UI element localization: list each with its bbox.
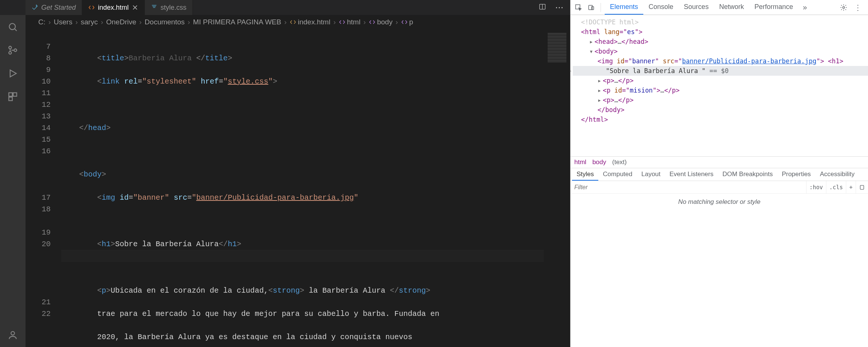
gear-icon[interactable] [838, 2, 849, 13]
dom-node[interactable]: ▸<p>…</p> [573, 76, 868, 85]
svg-rect-13 [860, 185, 863, 189]
cls-toggle[interactable]: .cls [826, 181, 846, 193]
crumb-text[interactable]: (text) [612, 159, 627, 166]
svg-point-2 [9, 46, 12, 49]
dom-node[interactable]: ▾<body> [573, 46, 868, 56]
crumb[interactable]: index.html [298, 18, 330, 26]
code-editor[interactable]: 7 8 9 10 11 12 13 14 15 16 17 18 19 [26, 29, 570, 347]
close-icon[interactable] [132, 4, 138, 11]
styles-tab-computed[interactable]: Computed [598, 168, 637, 181]
styles-tab-dombp[interactable]: DOM Breakpoints [718, 168, 777, 181]
device-mode-icon[interactable] [856, 181, 868, 193]
account-icon[interactable] [8, 330, 18, 340]
crumb-html[interactable]: html [574, 159, 586, 166]
breadcrumb[interactable]: C:› Users› saryc› OneDrive› Documentos› … [26, 15, 570, 29]
styles-tabs: Styles Computed Layout Event Listeners D… [571, 168, 868, 181]
editor-tabs-bar: Get Started index.html style.css ⋯ [0, 0, 570, 15]
styles-tab-acc[interactable]: Accessibility [815, 168, 859, 181]
devtools-tab-performance[interactable]: Performance [749, 0, 798, 15]
symbol-icon [369, 19, 375, 25]
new-rule-icon[interactable]: + [846, 181, 856, 193]
tab-index-html[interactable]: index.html [82, 0, 145, 15]
crumb[interactable]: html [347, 18, 360, 26]
svg-point-4 [14, 49, 17, 52]
symbol-icon [339, 19, 345, 25]
split-editor-icon[interactable] [539, 3, 546, 12]
dom-node[interactable]: <html lang="es"> [573, 27, 868, 37]
crumb[interactable]: MI PRIMERA PAGINA WEB [193, 18, 281, 26]
devtools-tab-elements[interactable]: Elements [605, 0, 643, 15]
tab-label: style.css [161, 4, 186, 12]
device-toolbar-icon[interactable] [586, 2, 597, 13]
styles-tab-listeners[interactable]: Event Listeners [665, 168, 718, 181]
dom-node[interactable]: </html> [573, 115, 868, 124]
dom-node[interactable]: ▸<head>…</head> [573, 37, 868, 46]
crumb[interactable]: Documentos [145, 18, 185, 26]
extensions-icon[interactable] [8, 91, 18, 102]
styles-filter-row: :hov .cls + [571, 181, 868, 194]
svg-point-12 [843, 6, 845, 8]
code-content[interactable]: <title>Barberia Alura </title> <link rel… [61, 29, 544, 347]
tab-style-css[interactable]: style.css [145, 0, 193, 15]
styles-tab-styles[interactable]: Styles [572, 168, 598, 181]
more-tabs-icon[interactable]: » [800, 3, 810, 12]
activity-bar [0, 15, 26, 347]
dom-node[interactable]: </body> [573, 105, 868, 115]
editor-actions: ⋯ [532, 0, 570, 15]
dom-node[interactable]: ▸<p>…</p> [573, 95, 868, 105]
dom-node[interactable]: ▸<p id="mision">…</p> [573, 85, 868, 95]
svg-rect-7 [9, 97, 12, 100]
hov-toggle[interactable]: :hov [806, 181, 826, 193]
dom-node[interactable]: <!DOCTYPE html> [581, 18, 639, 26]
minimap[interactable] [544, 29, 570, 347]
vscode-icon [32, 4, 38, 11]
no-match-message: No matching selector or style [571, 194, 868, 210]
styles-tab-layout[interactable]: Layout [637, 168, 665, 181]
dom-node-selected[interactable]: "Sobre la Barbería Alura " == $0 [573, 66, 868, 76]
crumb[interactable]: saryc [81, 18, 98, 26]
dom-node[interactable]: <img id="banner" src="banner/Publicidad-… [573, 56, 868, 66]
vscode-window: Get Started index.html style.css ⋯ [0, 0, 570, 347]
line-numbers: 7 8 9 10 11 12 13 14 15 16 17 18 19 [26, 29, 61, 347]
html-file-icon [88, 4, 95, 11]
tab-label: Get Started [41, 4, 76, 12]
search-icon[interactable] [8, 22, 18, 32]
crumb[interactable]: p [409, 18, 413, 26]
html-file-icon [290, 19, 296, 25]
dom-breadcrumb[interactable]: html body (text) [571, 156, 868, 168]
devtools-toolbar: Elements Console Sources Network Perform… [571, 0, 868, 15]
crumb[interactable]: OneDrive [106, 18, 136, 26]
svg-rect-5 [9, 93, 12, 96]
svg-point-8 [11, 332, 14, 335]
svg-rect-10 [589, 5, 592, 10]
source-control-icon[interactable] [8, 45, 18, 55]
devtools-panel: Elements Console Sources Network Perform… [570, 0, 868, 347]
crumb-body[interactable]: body [592, 159, 606, 166]
svg-point-1 [9, 24, 15, 30]
devtools-tab-console[interactable]: Console [643, 0, 679, 15]
devtools-tab-network[interactable]: Network [714, 0, 749, 15]
crumb[interactable]: Users [54, 18, 72, 26]
devtools-tab-sources[interactable]: Sources [679, 0, 714, 15]
symbol-icon [401, 19, 408, 25]
styles-filter-input[interactable] [571, 184, 806, 191]
kebab-icon[interactable]: ⋮ [852, 2, 863, 13]
inspect-element-icon[interactable] [573, 2, 584, 13]
css-file-icon [151, 4, 158, 11]
more-icon[interactable]: ⋯ [555, 3, 563, 12]
tab-label: index.html [98, 4, 129, 12]
tab-get-started[interactable]: Get Started [26, 0, 82, 15]
styles-tab-props[interactable]: Properties [777, 168, 815, 181]
crumb[interactable]: body [377, 18, 392, 26]
dom-tree[interactable]: <!DOCTYPE html> <html lang="es"> ▸<head>… [571, 15, 868, 156]
run-debug-icon[interactable] [8, 68, 18, 79]
crumb[interactable]: C: [38, 18, 45, 26]
svg-point-3 [9, 52, 12, 54]
svg-rect-6 [13, 93, 17, 96]
